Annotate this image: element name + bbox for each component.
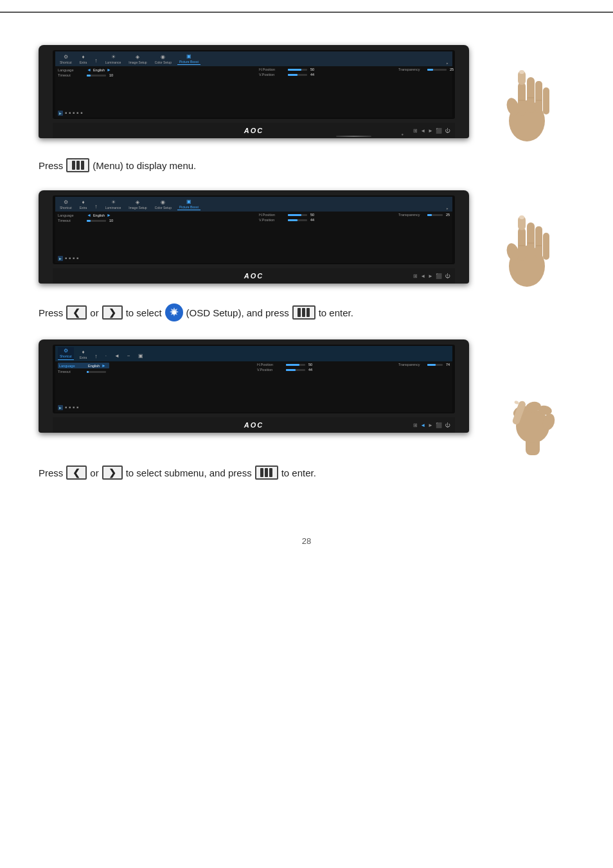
block1-osd-tabs: ⚙ Shortcut ♦ Extra ↑ xyxy=(55,51,452,66)
block1-tab-shortcut: ⚙ Shortcut xyxy=(58,53,74,65)
block1-tab-up: ↑ xyxy=(93,57,100,65)
block3-menu-key xyxy=(255,466,278,480)
block1-instr-prefix: Press xyxy=(39,160,63,171)
block1-btn-right[interactable]: ► xyxy=(428,128,433,134)
block3-monitor: ⚙ Shortcut ♦ Extra ↑ · xyxy=(39,339,469,433)
svg-rect-14 xyxy=(535,226,542,258)
block3-instruction: Press ❮ or ❯ to select submenu, and pres… xyxy=(39,466,316,480)
block3-field-vposition: V.Position 44 xyxy=(257,368,392,372)
block3-osd-tabs: ⚙ Shortcut ♦ Extra ↑ · xyxy=(55,346,452,361)
page-number: 28 xyxy=(0,536,613,546)
block1-field-vposition: V.Position 44 xyxy=(259,73,392,77)
block1-monitor-wrapper: ⚙ Shortcut ♦ Extra ↑ xyxy=(39,45,578,154)
block3-field-transparency: Transparency 74 xyxy=(398,363,450,366)
block3-screen: ⚙ Shortcut ♦ Extra ↑ · xyxy=(53,345,455,413)
block1-screen: ⚙ Shortcut ♦ Extra ↑ xyxy=(53,50,455,119)
block1-tab-extra: ♦ Extra xyxy=(78,53,89,65)
block3-hand xyxy=(501,365,565,449)
block3-to-select: to select submenu, and press xyxy=(126,467,252,478)
block1-tab-colorsetup: ◉ Color Setup xyxy=(153,53,173,65)
block2-btn-menu[interactable]: ⊞ xyxy=(413,273,418,279)
block3-osd-left: Language English ► Timeout xyxy=(58,363,109,411)
block2-btn-right[interactable]: ► xyxy=(428,273,433,279)
block3-btn-select[interactable]: ⬛ xyxy=(436,422,442,428)
block3-or-text: or xyxy=(90,467,98,478)
block2-tab-luminance: ☀ Luminance xyxy=(103,199,123,210)
block3-monitor-wrapper: ⚙ Shortcut ♦ Extra ↑ · xyxy=(39,339,578,462)
block2-to-select: to select xyxy=(126,307,162,318)
block3-monitor-bottom: AOC ⊞ ◄ ► ⬛ ⏻ xyxy=(53,417,455,433)
svg-point-10 xyxy=(519,70,524,74)
block2-osd-tabs: ⚙ Shortcut ♦ Extra ↑ ☀ xyxy=(55,197,452,212)
block1-hand xyxy=(495,63,559,147)
block1-monitor: ⚙ Shortcut ♦ Extra ↑ xyxy=(39,45,469,138)
block2-tab-imagesetup: ◈ Image Setup xyxy=(127,199,148,210)
block3-btn-right[interactable]: ► xyxy=(428,422,433,428)
block3-chevron-left: ❮ xyxy=(66,466,87,480)
block3-chevron-right: ❯ xyxy=(102,466,123,480)
block1: ⚙ Shortcut ♦ Extra ↑ xyxy=(39,45,574,172)
block1-status-row: ▶ ■ ■ ■ ■ ■ xyxy=(58,111,82,116)
block2-menu-key xyxy=(292,305,315,320)
block1-instruction: Press (Menu) to display menu. xyxy=(39,158,196,172)
block2-tab-up: ↑ xyxy=(93,203,100,210)
block1-btn-left[interactable]: ◄ xyxy=(420,128,425,134)
block3-status-row: ▶ ■ ■ ■ ■ xyxy=(58,405,78,410)
block2-field-transparency: Transparency 25 xyxy=(398,213,450,217)
block2-monitor-bottom: AOC ⊞ ◄ ► ⬛ ⏻ xyxy=(53,268,455,284)
block2-monitor-wrapper: ⚙ Shortcut ♦ Extra ↑ ☀ xyxy=(39,190,578,300)
block2-instruction: Press ❮ or ❯ to select (OSD Setup), and … xyxy=(39,303,353,321)
block2-osd: ⚙ Shortcut ♦ Extra ↑ ☀ xyxy=(55,197,452,263)
block1-menu-key xyxy=(66,158,89,172)
block2-to-enter: to enter. xyxy=(319,307,353,318)
block1-monitor-bottom: AOC ⊞ ◄ ► ⬛ ⏻ ● xyxy=(53,123,455,138)
block2-osd-content: Language ◄ English ► Timeout 10 xyxy=(55,212,452,263)
block1-field-hposition: H.Position 50 xyxy=(259,68,392,71)
block3-btn-menu[interactable]: ⊞ xyxy=(413,422,418,428)
block3-btn-power[interactable]: ⏻ xyxy=(445,422,450,428)
block2-or-text: or xyxy=(90,307,98,318)
block2-field-language: Language ◄ English ► xyxy=(58,213,113,217)
block2-btn-left[interactable]: ◄ xyxy=(420,273,425,279)
block2-btn-power[interactable]: ⏻ xyxy=(445,273,450,279)
block1-aoc-logo: AOC xyxy=(244,127,263,134)
block2-chevron-left: ❮ xyxy=(66,305,87,320)
svg-rect-3 xyxy=(535,81,542,113)
block1-btn-menu[interactable]: ⊞ xyxy=(413,128,418,134)
block3-osd: ⚙ Shortcut ♦ Extra ↑ · xyxy=(55,346,452,412)
block2-osd-gear-icon xyxy=(165,303,183,321)
block2-field-hposition: H.Position 50 xyxy=(259,213,392,217)
block2-chevron-right: ❯ xyxy=(102,305,123,320)
block3-tab-colorsetup: − xyxy=(125,352,132,360)
block1-osd-left: Language ◄ English ► Timeout 10 xyxy=(58,68,113,116)
block2-osd-left: Language ◄ English ► Timeout 10 xyxy=(58,213,113,262)
page-content: ⚙ Shortcut ♦ Extra ↑ xyxy=(0,13,613,517)
block3-osd-content: Language English ► Timeout xyxy=(55,361,452,412)
block3: ⚙ Shortcut ♦ Extra ↑ · xyxy=(39,339,574,480)
block1-field-timeout: Timeout 10 xyxy=(58,73,113,77)
block3-ctrl-buttons: ⊞ ◄ ► ⬛ ⏻ xyxy=(413,422,450,428)
block1-tab-imagesetup: ◈ Image Setup xyxy=(127,53,148,65)
svg-rect-13 xyxy=(527,222,535,258)
block1-tab-pictureboost: ▣ Picture Boost xyxy=(177,53,200,65)
block3-tab-pictureboost: ▣ xyxy=(136,352,145,360)
block1-btn-select[interactable]: ⬛ xyxy=(436,128,442,134)
block1-field-language: Language ◄ English ► xyxy=(58,68,113,72)
svg-point-21 xyxy=(519,215,524,219)
hand-svg-2 xyxy=(495,208,559,292)
svg-rect-2 xyxy=(527,77,535,113)
block2-ctrl-buttons: ⊞ ◄ ► ⬛ ⏻ xyxy=(413,273,450,279)
block1-field-transparency: Transparency 25 xyxy=(398,68,454,71)
block3-tab-shortcut: ⚙ Shortcut xyxy=(58,347,74,360)
block3-btn-left[interactable]: ◄ xyxy=(420,422,425,428)
block3-tab-luminance: · xyxy=(103,352,109,360)
block2-tab-shortcut: ⚙ Shortcut xyxy=(58,199,74,210)
block2-btn-select[interactable]: ⬛ xyxy=(436,273,442,279)
block3-osd-right: H.Position 50 V.Position 44 xyxy=(257,363,392,411)
svg-rect-15 xyxy=(543,233,549,260)
block2-screen: ⚙ Shortcut ♦ Extra ↑ ☀ xyxy=(53,195,455,264)
block2-tab-pictureboost: ▣ Picture Boost xyxy=(177,198,200,210)
block1-instr-suffix: (Menu) to display menu. xyxy=(93,160,196,171)
block1-btn-power[interactable]: ⏻ xyxy=(445,128,450,134)
hand-svg-3 xyxy=(501,365,565,462)
